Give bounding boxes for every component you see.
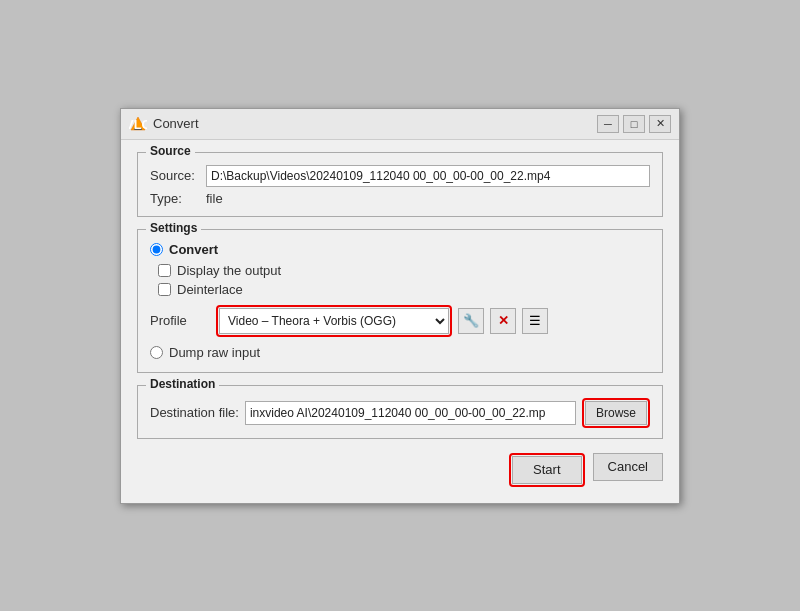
vlc-icon: VLC <box>129 115 147 133</box>
delete-icon: ✕ <box>498 313 509 328</box>
browse-button[interactable]: Browse <box>585 401 647 425</box>
type-value: file <box>206 191 223 206</box>
cancel-button[interactable]: Cancel <box>593 453 663 481</box>
close-button[interactable]: ✕ <box>649 115 671 133</box>
deinterlace-row: Deinterlace <box>158 282 650 297</box>
dump-radio-row: Dump raw input <box>150 345 650 360</box>
start-button[interactable]: Start <box>512 456 581 484</box>
profile-delete-button[interactable]: ✕ <box>490 308 516 334</box>
profile-select-wrapper: Video – Theora + Vorbis (OGG) Video – H.… <box>216 305 452 337</box>
source-group: Source Source: Type: file <box>137 152 663 217</box>
start-button-wrapper: Start <box>509 453 584 487</box>
minimize-button[interactable]: ─ <box>597 115 619 133</box>
window-title: Convert <box>153 116 199 131</box>
type-row: Type: file <box>150 191 650 206</box>
profile-row: Profile Video – Theora + Vorbis (OGG) Vi… <box>150 305 650 337</box>
convert-radio-row: Convert <box>150 242 650 257</box>
new-icon: ☰ <box>529 313 541 328</box>
dump-radio[interactable] <box>150 346 163 359</box>
display-output-label[interactable]: Display the output <box>177 263 281 278</box>
source-input[interactable] <box>206 165 650 187</box>
destination-row: Destination file: Browse <box>150 398 650 428</box>
deinterlace-checkbox[interactable] <box>158 283 171 296</box>
deinterlace-label[interactable]: Deinterlace <box>177 282 243 297</box>
window-body: Source Source: Type: file Settings Conve… <box>121 140 679 503</box>
dump-radio-label[interactable]: Dump raw input <box>169 345 260 360</box>
destination-group: Destination Destination file: Browse <box>137 385 663 439</box>
bottom-buttons: Start Cancel <box>137 453 663 491</box>
dest-file-input[interactable] <box>245 401 576 425</box>
browse-button-wrapper: Browse <box>582 398 650 428</box>
title-bar-controls: ─ □ ✕ <box>597 115 671 133</box>
settings-group: Settings Convert Display the output Dein… <box>137 229 663 373</box>
dest-file-label: Destination file: <box>150 405 239 420</box>
title-bar: VLC Convert ─ □ ✕ <box>121 109 679 140</box>
main-window: VLC Convert ─ □ ✕ Source Source: Type: f… <box>120 108 680 504</box>
source-label: Source: <box>150 168 200 183</box>
source-group-label: Source <box>146 144 195 158</box>
wrench-icon: 🔧 <box>463 313 479 328</box>
convert-radio[interactable] <box>150 243 163 256</box>
display-output-row: Display the output <box>158 263 650 278</box>
profile-new-button[interactable]: ☰ <box>522 308 548 334</box>
type-label: Type: <box>150 191 200 206</box>
maximize-button[interactable]: □ <box>623 115 645 133</box>
title-bar-left: VLC Convert <box>129 115 199 133</box>
destination-group-label: Destination <box>146 377 219 391</box>
settings-group-label: Settings <box>146 221 201 235</box>
source-row: Source: <box>150 165 650 187</box>
display-output-checkbox[interactable] <box>158 264 171 277</box>
profile-label: Profile <box>150 313 210 328</box>
svg-text:VLC: VLC <box>129 116 147 131</box>
convert-radio-label[interactable]: Convert <box>169 242 218 257</box>
profile-settings-button[interactable]: 🔧 <box>458 308 484 334</box>
profile-select[interactable]: Video – Theora + Vorbis (OGG) Video – H.… <box>219 308 449 334</box>
